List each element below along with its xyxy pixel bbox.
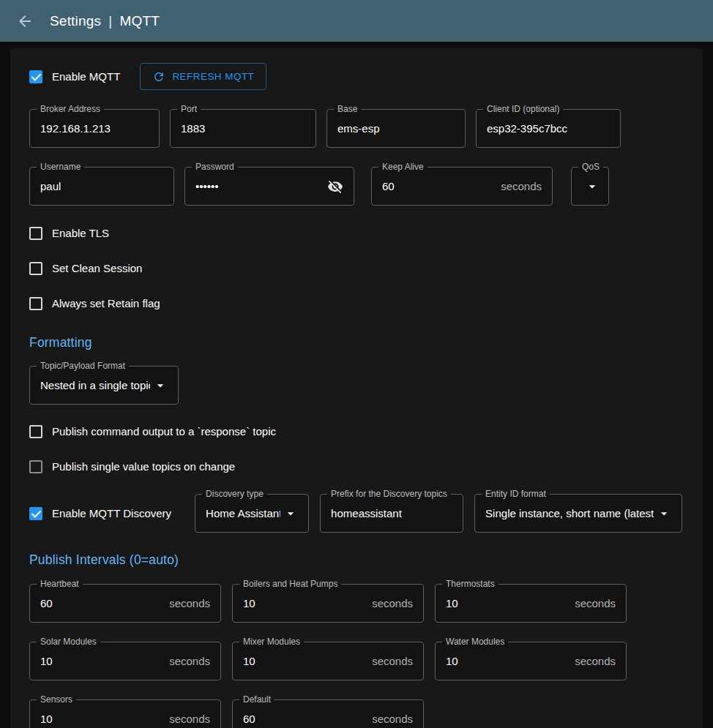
username-input[interactable] <box>40 180 163 192</box>
publish-response-row: Publish command output to a `response` t… <box>29 419 684 443</box>
toggle-password-visibility-button[interactable] <box>327 179 343 195</box>
client-id-input[interactable] <box>487 122 610 135</box>
discovery-prefix-label: Prefix for the Discovery topics <box>327 488 451 500</box>
discovery-row: Enable MQTT Discovery Discovery type Hom… <box>29 494 684 533</box>
mixer-input[interactable] <box>243 655 366 667</box>
solar-label: Solar Modules <box>37 636 100 648</box>
solar-interval-field: Solar Modules seconds <box>29 642 221 680</box>
username-field: Username <box>29 167 174 206</box>
seconds-suffix: seconds <box>372 713 413 725</box>
checkbox-unchecked-icon <box>29 262 42 275</box>
broker-settings-row: Broker Address Port Base Client ID (opti… <box>29 109 684 148</box>
breadcrumb-separator: | <box>108 13 112 29</box>
water-interval-field: Water Modules seconds <box>435 642 627 680</box>
qos-select[interactable]: QoS 0 <box>571 167 609 206</box>
app-bar: Settings | MQTT <box>0 0 713 42</box>
seconds-suffix: seconds <box>575 597 616 609</box>
clean-session-checkbox[interactable]: Set Clean Session <box>29 262 142 275</box>
retain-flag-row: Always set Retain flag <box>29 291 684 315</box>
qos-label: QoS <box>578 161 603 173</box>
sensors-input[interactable] <box>40 713 163 725</box>
publish-response-checkbox[interactable]: Publish command output to a `response` t… <box>29 425 276 438</box>
enable-mqtt-row: Enable MQTT REFRESH MQTT <box>29 63 684 90</box>
publish-single-checkbox[interactable]: Publish single value topics on change <box>29 460 235 473</box>
discovery-type-label: Discovery type <box>202 488 267 500</box>
entity-format-select[interactable]: Entity ID format Single instance, short … <box>474 494 682 533</box>
seconds-suffix: seconds <box>575 655 616 667</box>
checkbox-unchecked-icon <box>29 227 42 240</box>
page-title: Settings | MQTT <box>50 13 160 29</box>
keep-alive-input[interactable] <box>382 180 495 192</box>
discovery-type-value: Home Assistant <box>206 507 280 519</box>
base-field: Base <box>326 109 466 148</box>
port-input[interactable] <box>181 122 305 135</box>
keep-alive-label: Keep Alive <box>378 161 428 173</box>
caret-down-icon <box>657 506 671 521</box>
topic-format-label: Topic/Payload Format <box>37 360 129 372</box>
base-label: Base <box>334 103 361 116</box>
mixer-interval-field: Mixer Modules seconds <box>232 642 424 680</box>
seconds-suffix: seconds <box>372 597 413 609</box>
thermostats-label: Thermostats <box>442 578 499 590</box>
entity-format-label: Entity ID format <box>482 488 550 500</box>
topic-format-select[interactable]: Topic/Payload Format Nested in a single … <box>29 366 179 405</box>
thermostats-input[interactable] <box>446 597 569 609</box>
enable-tls-checkbox[interactable]: Enable TLS <box>29 227 109 240</box>
clean-session-row: Set Clean Session <box>29 256 684 280</box>
publish-single-label: Publish single value topics on change <box>52 460 235 473</box>
publish-response-label: Publish command output to a `response` t… <box>52 425 276 438</box>
sensors-label: Sensors <box>37 694 76 706</box>
heartbeat-input[interactable] <box>40 597 163 609</box>
boilers-input[interactable] <box>243 597 366 609</box>
discovery-type-select[interactable]: Discovery type Home Assistant <box>195 494 309 533</box>
refresh-icon <box>152 70 165 83</box>
boilers-label: Boilers and Heat Pumps <box>239 578 341 590</box>
enable-tls-label: Enable TLS <box>52 227 109 239</box>
retain-flag-label: Always set Retain flag <box>52 297 160 309</box>
caret-down-icon <box>283 506 298 521</box>
enable-discovery-checkbox[interactable]: Enable MQTT Discovery <box>29 507 171 520</box>
enable-mqtt-label: Enable MQTT <box>52 70 120 83</box>
credentials-row: Username Password Keep Alive seconds QoS <box>29 167 684 206</box>
port-label: Port <box>177 103 201 116</box>
password-label: Password <box>192 161 238 173</box>
keep-alive-suffix: seconds <box>501 180 542 192</box>
broker-address-label: Broker Address <box>37 103 104 116</box>
username-label: Username <box>37 161 84 173</box>
password-input[interactable] <box>195 180 321 192</box>
client-id-label: Client ID (optional) <box>483 103 563 116</box>
discovery-prefix-input[interactable] <box>331 507 452 519</box>
heartbeat-interval-field: Heartbeat seconds <box>29 584 221 623</box>
back-button[interactable] <box>13 10 37 33</box>
entity-format-value: Single instance, short name (latest) <box>485 507 654 519</box>
default-input[interactable] <box>243 713 366 725</box>
default-label: Default <box>239 694 275 706</box>
solar-input[interactable] <box>40 655 163 667</box>
checkbox-unchecked-icon <box>29 425 42 438</box>
water-input[interactable] <box>446 655 569 667</box>
seconds-suffix: seconds <box>169 713 210 725</box>
refresh-mqtt-button-label: REFRESH MQTT <box>172 71 254 82</box>
publish-intervals-grid: Heartbeat seconds Boilers and Heat Pumps… <box>29 584 684 728</box>
heartbeat-label: Heartbeat <box>37 578 83 590</box>
sensors-interval-field: Sensors seconds <box>29 699 221 728</box>
refresh-mqtt-button[interactable]: REFRESH MQTT <box>140 63 266 90</box>
publish-intervals-heading: Publish Intervals (0=auto) <box>29 552 684 568</box>
client-id-field: Client ID (optional) <box>476 109 621 148</box>
clean-session-label: Set Clean Session <box>52 262 142 274</box>
seconds-suffix: seconds <box>169 597 210 609</box>
broker-address-input[interactable] <box>40 122 149 135</box>
mqtt-settings-card: Enable MQTT REFRESH MQTT Broker Address … <box>10 48 703 728</box>
enable-discovery-label: Enable MQTT Discovery <box>52 507 171 519</box>
base-input[interactable] <box>337 122 455 135</box>
breadcrumb-mqtt: MQTT <box>119 13 160 29</box>
mixer-label: Mixer Modules <box>239 636 304 648</box>
main-content: Enable MQTT REFRESH MQTT Broker Address … <box>0 42 713 728</box>
default-interval-field: Default seconds <box>232 699 424 728</box>
port-field: Port <box>170 109 316 148</box>
checkbox-unchecked-icon <box>29 460 42 473</box>
retain-flag-checkbox[interactable]: Always set Retain flag <box>29 297 160 310</box>
enable-mqtt-checkbox[interactable]: Enable MQTT <box>29 70 120 83</box>
boilers-interval-field: Boilers and Heat Pumps seconds <box>232 584 424 623</box>
keep-alive-field: Keep Alive seconds <box>371 167 553 206</box>
